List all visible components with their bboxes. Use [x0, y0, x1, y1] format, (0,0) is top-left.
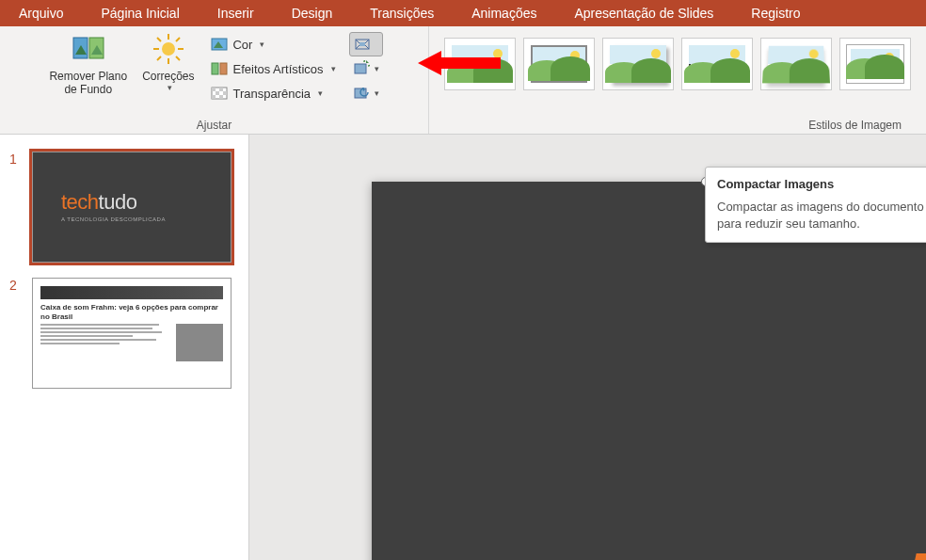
svg-line-10 — [176, 56, 180, 60]
svg-rect-25 — [359, 42, 365, 46]
reset-picture-icon — [353, 85, 370, 102]
svg-point-4 — [162, 42, 175, 56]
svg-marker-27 — [366, 60, 369, 63]
efeitos-label: Efeitos Artísticos — [232, 62, 323, 76]
tab-apresentacao[interactable]: Apresentação de Slides — [555, 0, 732, 26]
chevron-down-icon: ▾ — [260, 40, 264, 49]
tooltip-title: Compactar Imagens — [717, 177, 926, 191]
svg-line-11 — [157, 56, 161, 60]
tab-arquivo[interactable]: Arquivo — [0, 0, 82, 26]
picture-styles-gallery — [435, 30, 920, 98]
ribbon-group-ajustar: Remover Plano de Fundo — [0, 26, 429, 134]
picture-style-3[interactable] — [602, 38, 674, 90]
efeitos-artisticos-button[interactable]: Efeitos Artísticos ▾ — [205, 56, 341, 81]
artistic-effects-icon — [211, 60, 228, 77]
main-area: 1 techtudo A TECNOLOGIA DESCOMPLICADA 2 … — [0, 135, 926, 560]
slide-editor[interactable]: techt Compactar Imagens Compactar as ima… — [249, 135, 926, 560]
change-picture-icon — [353, 60, 370, 77]
cor-label: Cor — [232, 38, 252, 52]
color-icon — [211, 36, 228, 53]
canvas-logo: techt — [899, 520, 926, 560]
svg-line-9 — [157, 38, 161, 41]
slide-thumb-content: Caixa de som Frahm: veja 6 opções para c… — [32, 278, 232, 389]
chevron-down-icon: ▾ — [168, 83, 172, 92]
group-estilos-label: Estilos de Imagem — [435, 119, 920, 132]
slide-thumb-content: techtudo A TECNOLOGIA DESCOMPLICADA — [32, 152, 232, 263]
svg-rect-22 — [212, 95, 216, 99]
chevron-down-icon: ▾ — [375, 88, 379, 98]
svg-rect-16 — [220, 63, 227, 74]
tooltip-compactar-imagens: Compactar Imagens Compactar as imagens d… — [705, 167, 926, 243]
picture-style-5[interactable] — [760, 38, 832, 90]
svg-rect-26 — [355, 64, 366, 73]
slide-number: 1 — [9, 152, 23, 263]
tab-animacoes[interactable]: Animações — [453, 0, 555, 26]
tab-design[interactable]: Design — [273, 0, 352, 26]
correcoes-button[interactable]: Correções ▾ — [135, 30, 201, 94]
transparencia-button[interactable]: Transparência ▾ — [205, 81, 341, 105]
tab-registro[interactable]: Registro — [732, 0, 819, 26]
thumb-logo: techtudo — [61, 190, 136, 215]
correcoes-label: Correções — [142, 70, 194, 83]
thumb-tagline: A TECNOLOGIA DESCOMPLICADA — [61, 216, 166, 222]
svg-rect-15 — [212, 63, 218, 74]
compress-picture-icon — [354, 36, 371, 53]
group-ajustar-label: Ajustar — [6, 119, 423, 132]
ribbon-tabs: Arquivo Página Inicial Inserir Design Tr… — [0, 0, 926, 26]
brightness-icon — [152, 32, 185, 66]
tab-transicoes[interactable]: Transições — [351, 0, 453, 26]
picture-style-6[interactable] — [839, 38, 911, 90]
remove-background-icon — [72, 32, 105, 66]
svg-rect-19 — [219, 88, 223, 91]
slide-number: 2 — [9, 278, 23, 389]
remover-plano-fundo-label: Remover Plano de Fundo — [49, 70, 127, 97]
svg-rect-20 — [216, 91, 219, 95]
transparency-icon — [211, 85, 228, 102]
thumb2-title: Caixa de som Frahm: veja 6 opções para c… — [40, 303, 223, 321]
picture-style-2[interactable] — [523, 38, 595, 90]
svg-line-12 — [176, 38, 180, 41]
tooltip-body: Compactar as imagens do documento para r… — [717, 199, 926, 232]
redefinir-imagem-button[interactable]: ▾ — [349, 81, 383, 105]
tab-pagina-inicial[interactable]: Página Inicial — [82, 0, 198, 26]
compactar-imagens-button[interactable] — [349, 32, 383, 56]
svg-rect-21 — [223, 91, 227, 95]
slide-thumbnail-2[interactable]: 2 Caixa de som Frahm: veja 6 opções para… — [0, 270, 248, 396]
cor-button[interactable]: Cor ▾ — [205, 32, 341, 56]
chevron-down-icon: ▾ — [318, 88, 323, 98]
picture-style-4[interactable] — [681, 38, 753, 90]
slide-thumbnails-panel[interactable]: 1 techtudo A TECNOLOGIA DESCOMPLICADA 2 … — [0, 135, 249, 560]
annotation-arrow-icon — [418, 49, 503, 77]
ribbon-group-estilos: Estilos de Imagem — [429, 26, 926, 134]
chevron-down-icon: ▾ — [331, 64, 336, 73]
slide-thumbnail-1[interactable]: 1 techtudo A TECNOLOGIA DESCOMPLICADA — [0, 144, 248, 270]
alterar-imagem-button[interactable]: ▾ — [349, 56, 383, 81]
ribbon: Remover Plano de Fundo — [0, 26, 926, 135]
remover-plano-fundo-button[interactable]: Remover Plano de Fundo — [41, 30, 135, 99]
svg-rect-18 — [212, 88, 216, 91]
tab-inserir[interactable]: Inserir — [199, 0, 273, 26]
chevron-down-icon: ▾ — [375, 64, 379, 73]
svg-marker-30 — [418, 51, 501, 75]
svg-rect-23 — [219, 95, 223, 99]
transparencia-label: Transparência — [232, 87, 311, 101]
